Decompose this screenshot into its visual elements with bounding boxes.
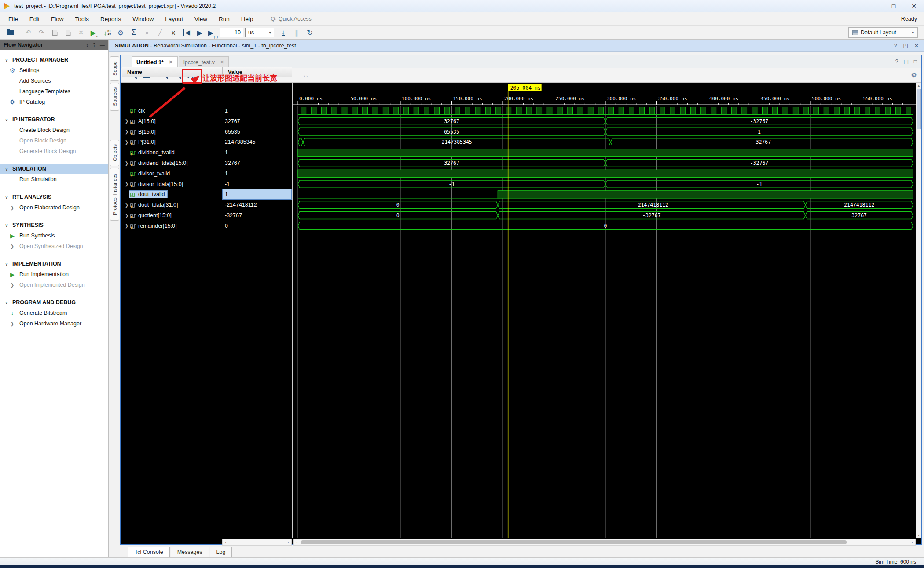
fn-item-create-block-design[interactable]: Create Block Design bbox=[0, 125, 108, 135]
expand-chevron-icon[interactable]: ❯ bbox=[124, 182, 129, 186]
wave-settings-gear-icon[interactable]: ⚙ bbox=[911, 71, 917, 79]
signal-name-cell[interactable]: quotient[15:0] bbox=[129, 212, 174, 219]
quick-access-search[interactable]: Q· bbox=[265, 16, 326, 22]
tab-untitled-1-[interactable]: Untitled 1*✕ bbox=[132, 56, 178, 68]
generate-bitstream-icon[interactable]: ↓0110 bbox=[102, 27, 113, 38]
run-all-icon[interactable]: ▶ bbox=[194, 27, 205, 38]
signal-row-dividend_tdata150[interactable]: ❯dividend_tdata[15:0] bbox=[122, 158, 222, 168]
fn-item-run-simulation[interactable]: Run Simulation bbox=[0, 174, 108, 185]
vscroll-thumb[interactable] bbox=[917, 89, 921, 129]
expand-chevron-icon[interactable]: ❯ bbox=[124, 140, 129, 145]
signal-name-cell[interactable]: dividend_tdata[15:0] bbox=[129, 160, 191, 167]
menu-layout[interactable]: Layout bbox=[159, 14, 189, 24]
value-horizontal-scrollbar[interactable]: ‹ › bbox=[222, 539, 292, 546]
side-tab-protocol-instances[interactable]: Protocol Instances bbox=[110, 168, 119, 221]
signal-row-B150[interactable]: ❯B[15:0] bbox=[122, 127, 222, 137]
relaunch-icon[interactable]: ↻ bbox=[304, 27, 315, 38]
minimize-button[interactable]: – bbox=[863, 0, 884, 12]
signal-row-divisor_tvalid[interactable]: divisor_tvalid bbox=[122, 168, 222, 179]
fn-item-generate-bitstream[interactable]: ↓Generate Bitstream bbox=[0, 308, 108, 318]
copy-icon[interactable] bbox=[49, 27, 60, 38]
menu-file[interactable]: File bbox=[3, 14, 24, 24]
help-icon[interactable]: ? bbox=[895, 58, 898, 65]
help-icon[interactable]: ? bbox=[894, 43, 897, 49]
tab-tcl-console[interactable]: Tcl Console bbox=[128, 547, 170, 557]
tab-ipcore-test-v[interactable]: ipcore_test.v✕ bbox=[179, 56, 229, 68]
value-column-header[interactable]: Value bbox=[222, 67, 292, 77]
fn-item-generate-block-design[interactable]: Generate Block Design bbox=[0, 146, 108, 157]
expand-chevron-icon[interactable]: ❯ bbox=[124, 129, 129, 134]
float-window-icon[interactable]: ◳ bbox=[903, 58, 908, 65]
signal-row-divisor_tdata150[interactable]: ❯divisor_tdata[15:0] bbox=[122, 179, 222, 189]
fn-header-rtl-analysis[interactable]: ∨RTL ANALYSIS bbox=[0, 192, 108, 202]
quick-access-input[interactable] bbox=[279, 16, 324, 22]
fn-item-open-hardware-manager[interactable]: ❯Open Hardware Manager bbox=[0, 318, 108, 329]
fn-header-program-and-debug[interactable]: ∨PROGRAM AND DEBUG bbox=[0, 297, 108, 308]
fn-item-run-synthesis[interactable]: ▶Run Synthesis bbox=[0, 230, 108, 241]
signal-row-remainder150[interactable]: ❯remainder[15:0] bbox=[122, 221, 222, 231]
menu-tools[interactable]: Tools bbox=[70, 14, 95, 24]
fn-header-ip-integrator[interactable]: ∨IP INTEGRATOR bbox=[0, 114, 108, 125]
hscroll-thumb[interactable] bbox=[301, 540, 847, 544]
menu-help[interactable]: Help bbox=[235, 14, 259, 24]
scroll-right-icon[interactable]: › bbox=[909, 540, 915, 545]
signal-value-B150[interactable]: 65535 bbox=[222, 127, 292, 137]
side-tab-objects[interactable]: Objects bbox=[110, 140, 119, 166]
signal-row-P310[interactable]: ❯P[31:0] bbox=[122, 137, 222, 147]
run-icon[interactable]: ▶▾ bbox=[88, 27, 100, 38]
run-for-time-icon[interactable]: ▶(T) bbox=[207, 27, 219, 38]
signal-value-dividend_tdata150[interactable]: 32767 bbox=[222, 158, 292, 168]
signal-row-quotient150[interactable]: ❯quotient[15:0] bbox=[122, 210, 222, 221]
signal-value-dout_tdata310[interactable]: -2147418112 bbox=[222, 200, 292, 210]
fn-item-open-block-design[interactable]: Open Block Design bbox=[0, 135, 108, 146]
signal-value-quotient150[interactable]: -32767 bbox=[222, 210, 292, 221]
sim-runtime-unit-select[interactable]: us ▾ bbox=[245, 28, 274, 37]
signal-name-cell[interactable]: dout_tdata[31:0] bbox=[129, 201, 180, 208]
wave-row-divisor_tvalid[interactable] bbox=[298, 170, 913, 177]
signal-name-cell[interactable]: B[15:0] bbox=[129, 128, 158, 135]
side-tab-sources[interactable]: Sources bbox=[110, 83, 119, 111]
fn-item-open-synthesized-design[interactable]: ❯Open Synthesized Design bbox=[0, 241, 108, 251]
menu-run[interactable]: Run bbox=[213, 14, 235, 24]
side-tab-scope[interactable]: Scope bbox=[110, 56, 119, 81]
fn-item-open-elaborated-design[interactable]: ❯Open Elaborated Design bbox=[0, 202, 108, 213]
expand-chevron-icon[interactable]: ❯ bbox=[124, 119, 129, 124]
fn-item-settings[interactable]: ⚙Settings bbox=[0, 65, 108, 76]
breakpoint-icon[interactable]: X bbox=[168, 27, 179, 38]
delete-icon[interactable]: × bbox=[75, 27, 87, 38]
signal-row-dividend_tvalid[interactable]: dividend_tvalid bbox=[122, 147, 222, 158]
collapse-all-icon[interactable]: ↕ bbox=[86, 42, 88, 47]
fn-item-open-implemented-design[interactable]: ❯Open Implemented Design bbox=[0, 280, 108, 290]
report-sum-icon[interactable]: Σ bbox=[128, 27, 139, 38]
signal-value-A150[interactable]: 32767 bbox=[222, 116, 292, 127]
pause-icon[interactable]: ∥ bbox=[291, 27, 302, 38]
name-column-header[interactable]: Name bbox=[122, 67, 222, 77]
open-project-icon[interactable] bbox=[4, 27, 16, 38]
validate-icon[interactable]: × bbox=[141, 27, 153, 38]
close-icon[interactable]: ✕ bbox=[914, 43, 919, 49]
fit-selection-icon[interactable]: ↔ bbox=[300, 69, 312, 81]
signal-row-clk[interactable]: clk bbox=[122, 106, 222, 116]
signal-value-P310[interactable]: 2147385345 bbox=[222, 137, 292, 147]
fn-item-run-implementation[interactable]: ▶Run Implementation bbox=[0, 269, 108, 280]
layout-selector[interactable]: Default Layout ▾ bbox=[848, 27, 918, 38]
restart-sim-icon[interactable]: ◀ bbox=[181, 27, 192, 38]
paste-icon[interactable] bbox=[62, 27, 73, 38]
expand-chevron-icon[interactable]: ❯ bbox=[124, 213, 129, 218]
signal-row-dout_tdata310[interactable]: ❯dout_tdata[31:0] bbox=[122, 200, 222, 210]
menu-edit[interactable]: Edit bbox=[24, 14, 45, 24]
signal-name-cell[interactable]: divisor_tvalid bbox=[129, 170, 172, 177]
fn-header-implementation[interactable]: ∨IMPLEMENTATION bbox=[0, 259, 108, 269]
help-icon[interactable]: ? bbox=[93, 42, 95, 47]
expand-chevron-icon[interactable]: ❯ bbox=[124, 161, 129, 166]
scroll-down-icon[interactable]: ▼ bbox=[916, 532, 921, 538]
fn-item-language-templates[interactable]: Language Templates bbox=[0, 86, 108, 97]
fn-header-simulation[interactable]: ∨SIMULATION bbox=[0, 164, 108, 174]
menu-window[interactable]: Window bbox=[127, 14, 159, 24]
signal-value-clk[interactable]: 1 bbox=[222, 106, 292, 116]
close-icon[interactable]: ✕ bbox=[169, 59, 173, 65]
signal-name-cell[interactable]: clk bbox=[129, 107, 147, 114]
signal-value-dividend_tvalid[interactable]: 1 bbox=[222, 147, 292, 158]
signal-value-remainder150[interactable]: 0 bbox=[222, 221, 292, 231]
signal-value-divisor_tdata150[interactable]: -1 bbox=[222, 179, 292, 189]
